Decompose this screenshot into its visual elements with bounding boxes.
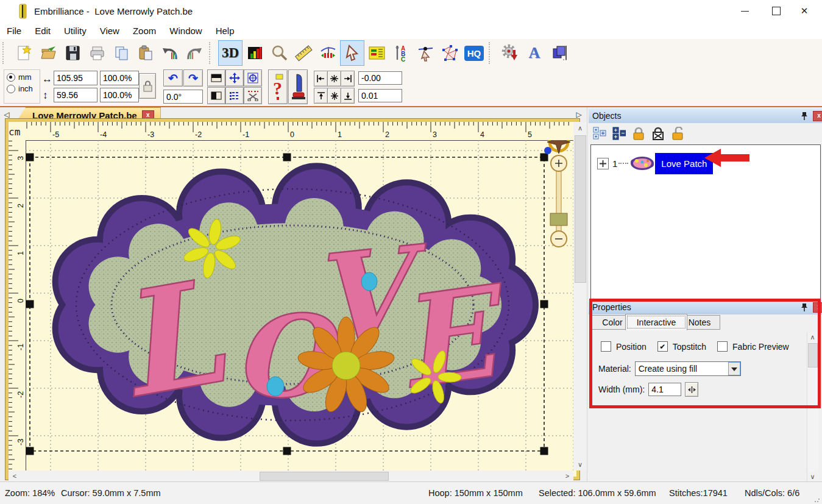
collapse-all-button[interactable] [612,126,626,141]
fonts-button[interactable]: A [522,40,547,66]
rotate-ccw-icon: ↶ [168,73,178,84]
tab-interactive[interactable]: Interactive [625,314,687,330]
width-stepper-button[interactable] [685,382,698,397]
props-scroll-thumb[interactable] [808,343,818,367]
stitch-simulator-button[interactable] [316,40,340,66]
align-left-button[interactable] [314,71,328,87]
flip-vertical-button[interactable] [207,69,225,87]
scroll-left-button[interactable] [10,470,19,481]
dropdown-arrow-icon[interactable] [728,362,740,375]
radio-mm[interactable] [7,73,15,82]
lock-button[interactable] [631,126,646,141]
rotate-ccw-button[interactable]: ↶ [163,69,183,87]
tree-expander[interactable] [597,158,609,169]
menu-file[interactable]: File [0,24,28,38]
objects-close-button[interactable]: x [813,111,822,121]
center-vertical-button[interactable] [327,88,341,104]
design-canvas[interactable]: L O V E [26,140,573,470]
cleanup-button[interactable] [288,69,308,104]
print-button[interactable] [85,40,109,66]
undo-button[interactable] [158,40,182,66]
new-button[interactable] [12,40,36,66]
pin-icon[interactable] [801,112,808,121]
flip-horizontal-button[interactable] [207,87,225,104]
3d-view-toggle[interactable]: 3D [218,40,243,66]
align-right-button[interactable] [341,71,355,87]
center-design-button[interactable] [225,69,244,87]
align-top-button[interactable] [314,88,328,104]
save-button[interactable] [60,40,85,66]
align-bottom-button[interactable] [341,88,355,104]
minimize-button[interactable] [731,0,759,22]
orientation-compass[interactable]: N [544,140,573,154]
radio-inch[interactable] [7,85,15,93]
redo-button[interactable] [182,40,207,66]
object-row[interactable]: 1 Love Patch [597,151,713,176]
menu-view[interactable]: View [93,24,126,38]
center-horizontal-button[interactable] [327,71,341,87]
angle-field[interactable] [163,90,203,104]
close-button[interactable]: ✕ [790,0,818,22]
select-tool-button[interactable] [340,40,364,66]
rotate-cw-button[interactable]: ↷ [183,69,203,87]
scroll-down-button[interactable] [573,460,587,469]
stitch-needle-icon [319,44,337,62]
expand-all-button[interactable] [592,126,607,141]
vertical-scroll-thumb[interactable] [575,135,586,283]
stitch-order-button[interactable] [225,87,244,104]
zoom-slider[interactable] [550,155,567,247]
aspect-lock-button[interactable] [139,73,156,99]
zoom-slider-thumb[interactable] [550,213,567,225]
stitch-width-field[interactable] [648,383,681,396]
menu-utility[interactable]: Utility [57,24,93,38]
stitch-colors-button[interactable] [243,40,267,66]
stitch-processor-button[interactable] [498,40,522,66]
measure-tool-button[interactable] [291,40,316,66]
menu-help[interactable]: Help [209,24,241,38]
status-zoom: Zoom: 184% [5,488,55,498]
hq-toggle[interactable]: HQ [462,40,486,66]
menu-zoom[interactable]: Zoom [126,24,163,38]
embroidery-design[interactable]: L O V E [52,163,539,447]
paste-button[interactable] [133,40,158,66]
trim-button[interactable] [244,87,262,104]
color-palette-button[interactable] [364,40,389,66]
whats-this-button[interactable]: ? [268,69,288,104]
topstitch-checkbox[interactable]: ✔ [657,341,668,352]
spacing-h-field[interactable] [358,71,402,85]
height-field[interactable] [54,88,97,102]
props-scroll-up[interactable] [807,332,818,342]
unit-inch-option[interactable]: inch [7,84,37,93]
properties-scrollbar[interactable] [807,332,818,481]
spacing-v-field[interactable] [358,89,402,102]
canvas-vertical-scrollbar[interactable] [573,122,587,470]
material-dropdown[interactable]: Create using fill [635,361,741,376]
open-button[interactable] [36,40,60,66]
width-percent-field[interactable] [100,71,139,85]
position-checkbox[interactable] [601,341,611,352]
unit-mm-option[interactable]: mm [7,73,37,82]
props-scroll-down[interactable] [807,472,818,481]
merge-design-button[interactable] [547,40,571,66]
canvas-horizontal-scrollbar[interactable] [9,470,573,481]
lock-exclude-button[interactable] [651,126,665,141]
node-edit-button[interactable] [413,40,438,66]
horizontal-scroll-thumb[interactable] [260,472,389,481]
zoom-tool-button[interactable] [267,40,291,66]
menu-edit[interactable]: Edit [28,24,57,38]
copy-button[interactable] [109,40,133,66]
scroll-up-button[interactable] [573,123,587,133]
unlock-button[interactable] [670,126,685,141]
width-field[interactable] [54,71,97,85]
resize-grip[interactable] [814,497,820,503]
lettering-button[interactable]: A B C [389,40,413,66]
fabric-preview-checkbox[interactable] [717,341,728,352]
height-percent-field[interactable] [100,88,139,102]
mesh-edit-button[interactable] [438,40,462,66]
menu-window[interactable]: Window [163,24,208,38]
properties-close-button[interactable]: x [813,302,822,313]
scroll-right-button[interactable] [562,470,572,481]
fit-hoop-button[interactable] [244,69,262,87]
pin-icon[interactable] [801,303,808,312]
maximize-button[interactable] [762,0,790,22]
